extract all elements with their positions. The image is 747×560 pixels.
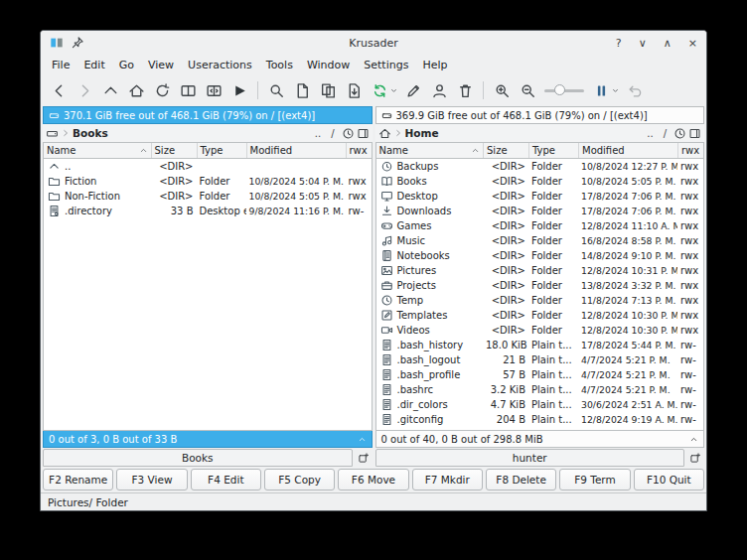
root-crumb-button[interactable]: /	[327, 127, 340, 140]
trash-button[interactable]	[453, 78, 477, 102]
undo-button[interactable]	[623, 78, 647, 102]
backups-row[interactable]: Backups <DIR> Folder 10/8/2024 12:27 P. …	[376, 159, 704, 174]
f7-mkdir-button[interactable]: F7 Mkdir	[412, 469, 483, 490]
temp-row[interactable]: Temp <DIR> Folder 11/8/2024 7:13 P. M. r…	[376, 293, 704, 308]
help-button[interactable]: ?	[616, 38, 622, 49]
tab-books[interactable]: Books	[43, 449, 353, 467]
equal-panels-button[interactable]	[176, 78, 200, 102]
size-column-header[interactable]: Size	[483, 143, 528, 158]
f8-delete-button[interactable]: F8 Delete	[486, 469, 556, 490]
forward-button[interactable]	[73, 78, 96, 102]
left-media-info[interactable]: 370.1 GiB free out of 468.1 GiB (79%) on…	[43, 106, 373, 124]
directory-row[interactable]: .directory 33 B Desktop en... 9/8/2024 1…	[44, 204, 372, 218]
home-icon[interactable]	[378, 127, 391, 140]
f6-move-button[interactable]: F6 Move	[338, 469, 408, 490]
bash-profile-row[interactable]: .bash_profile 57 B Plain t... 4/7/2024 5…	[376, 367, 704, 382]
settings-menu[interactable]: Settings	[357, 58, 415, 72]
perm-column-header[interactable]: rwx	[346, 143, 372, 158]
up-button[interactable]	[98, 78, 122, 102]
breadcrumb-segment[interactable]: Books	[73, 127, 108, 139]
bash-logout-row[interactable]: .bash_logout 21 B Plain t... 4/7/2024 5:…	[376, 352, 704, 367]
run-button[interactable]	[227, 78, 251, 102]
modified-column-header[interactable]: Modified	[578, 143, 677, 158]
user-button[interactable]	[427, 78, 451, 102]
new-tab-button[interactable]	[355, 449, 373, 467]
zoom-in-button[interactable]	[490, 78, 514, 102]
dir-colors-row[interactable]: .dir_colors 4.7 KiB Plain t... 30/6/2024…	[376, 397, 704, 412]
history-button[interactable]	[342, 127, 355, 140]
caret-down-button[interactable]	[610, 78, 621, 102]
find-button[interactable]	[264, 78, 288, 102]
videos-row[interactable]: Videos <DIR> Folder 12/8/2024 10:30 P. M…	[376, 323, 704, 338]
right-file-list[interactable]: Backups <DIR> Folder 10/8/2024 12:27 P. …	[375, 159, 705, 431]
new-tab-button[interactable]	[686, 449, 704, 467]
device-icon[interactable]	[46, 127, 59, 140]
f9-term-button[interactable]: F9 Term	[559, 469, 630, 490]
edit-menu[interactable]: Edit	[76, 58, 111, 72]
view-menu[interactable]: View	[141, 58, 181, 72]
detach-tab-button[interactable]	[688, 127, 701, 140]
tools-menu[interactable]: Tools	[259, 58, 300, 72]
perm-column-header[interactable]: rwx	[677, 143, 703, 158]
close-button[interactable]: ×	[688, 38, 697, 49]
swap-panels-button[interactable]	[202, 78, 225, 102]
left-file-list[interactable]: .. <DIR> Fiction <DIR> Folder 10/8/2024 …	[43, 159, 373, 431]
books-row[interactable]: Books <DIR> Folder 10/8/2024 5:05 P. M. …	[376, 174, 704, 189]
f10-quit-button[interactable]: F10 Quit	[634, 469, 704, 490]
projects-row[interactable]: Projects <DIR> Folder 13/8/2024 3:32 P. …	[376, 278, 704, 293]
useractions-menu[interactable]: Useractions	[181, 58, 259, 72]
type-column-header[interactable]: Type	[197, 143, 246, 158]
duplicate-file-button[interactable]	[316, 78, 340, 102]
caret-down-button[interactable]	[388, 78, 399, 102]
titlebar[interactable]: Krusader ?∨∧×	[41, 31, 706, 55]
icon-size-slider[interactable]	[541, 78, 587, 102]
new-file-button[interactable]	[290, 78, 314, 102]
name-column-header[interactable]: Name	[44, 145, 151, 156]
fiction-row[interactable]: Fiction <DIR> Folder 10/8/2024 5:04 P. M…	[44, 174, 372, 189]
up-crumb-button[interactable]: ..	[644, 127, 657, 140]
window-menu[interactable]: Window	[300, 58, 357, 72]
templates-row[interactable]: Templates <DIR> Folder 12/8/2024 10:30 P…	[376, 308, 704, 323]
detach-tab-button[interactable]	[357, 127, 370, 140]
file-row[interactable]: .. <DIR>	[44, 159, 372, 174]
f2-rename-button[interactable]: F2 Rename	[43, 469, 113, 490]
help-menu[interactable]: Help	[415, 58, 454, 72]
tab-hunter[interactable]: hunter	[375, 449, 685, 467]
downloads-row[interactable]: Downloads <DIR> Folder 17/8/2024 7:06 P.…	[376, 204, 704, 218]
desktop-row[interactable]: Desktop <DIR> Folder 17/8/2024 7:06 P. M…	[376, 189, 704, 204]
bash-history-row[interactable]: .bash_history 18.0 KiB Plain t... 17/8/2…	[376, 338, 704, 352]
pen-button[interactable]	[401, 78, 425, 102]
minimize-button[interactable]: ∨	[639, 38, 647, 49]
breadcrumb-segment[interactable]: Home	[405, 127, 439, 139]
pin-icon[interactable]	[71, 36, 84, 50]
back-button[interactable]	[47, 78, 71, 102]
music-row[interactable]: Music <DIR> Folder 16/8/2024 8:58 P. M. …	[376, 233, 704, 248]
collapse-icon[interactable]	[689, 435, 698, 444]
refresh-button[interactable]	[150, 78, 174, 102]
file-download-button[interactable]	[342, 78, 366, 102]
f4-edit-button[interactable]: F4 Edit	[191, 469, 261, 490]
name-column-header[interactable]: Name	[376, 145, 484, 156]
f5-copy-button[interactable]: F5 Copy	[264, 469, 335, 490]
non-fiction-row[interactable]: Non-Fiction <DIR> Folder 10/8/2024 5:05 …	[44, 189, 372, 204]
f3-view-button[interactable]: F3 View	[116, 469, 187, 490]
go-menu[interactable]: Go	[112, 58, 141, 72]
root-crumb-button[interactable]: /	[659, 127, 672, 140]
notebooks-row[interactable]: Notebooks <DIR> Folder 14/8/2024 9:10 P.…	[376, 248, 704, 263]
type-column-header[interactable]: Type	[528, 143, 578, 158]
collapse-icon[interactable]	[358, 435, 367, 444]
games-row[interactable]: Games <DIR> Folder 12/8/2024 11:10 A. M.…	[376, 218, 704, 233]
size-column-header[interactable]: Size	[151, 143, 197, 158]
file-name: Pictures	[397, 265, 437, 276]
right-media-info[interactable]: 369.9 GiB free out of 468.1 GiB (79%) on…	[375, 106, 705, 124]
modified-column-header[interactable]: Modified	[246, 143, 346, 158]
pictures-row[interactable]: Pictures <DIR> Folder 12/8/2024 10:31 P.…	[376, 263, 704, 278]
file-menu[interactable]: File	[45, 58, 76, 72]
maximize-button[interactable]: ∧	[664, 38, 672, 49]
home-button[interactable]	[124, 78, 148, 102]
zoom-out-button[interactable]	[516, 78, 539, 102]
up-crumb-button[interactable]: ..	[312, 127, 325, 140]
gitconfig-row[interactable]: .gitconfig 204 B Plain t... 12/8/2024 9:…	[376, 412, 704, 427]
history-button[interactable]	[673, 127, 686, 140]
bashrc-row[interactable]: .bashrc 3.2 KiB Plain t... 4/7/2024 5:21…	[376, 382, 704, 397]
